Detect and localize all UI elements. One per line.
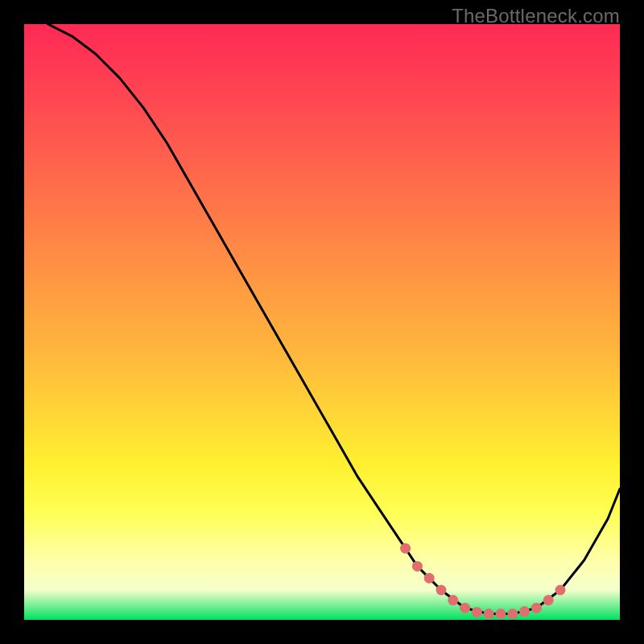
highlight-dot bbox=[400, 543, 411, 554]
optimal-range-dots bbox=[400, 543, 565, 619]
highlight-dot bbox=[496, 609, 506, 619]
chart-svg bbox=[24, 24, 620, 620]
highlight-dot bbox=[436, 585, 447, 596]
plot-area bbox=[24, 24, 620, 620]
highlight-dot bbox=[472, 607, 482, 617]
highlight-dot bbox=[519, 606, 530, 617]
highlight-dot bbox=[424, 573, 435, 584]
highlight-dot bbox=[507, 609, 518, 619]
highlight-dot bbox=[555, 585, 566, 596]
chart-frame: TheBottleneck.com bbox=[0, 0, 644, 644]
bottleneck-curve bbox=[48, 24, 620, 614]
highlight-dot bbox=[531, 603, 542, 613]
highlight-dot bbox=[484, 609, 494, 619]
highlight-dot bbox=[543, 595, 554, 605]
highlight-dot bbox=[460, 603, 470, 613]
highlight-dot bbox=[448, 595, 458, 605]
highlight-dot bbox=[412, 561, 423, 572]
